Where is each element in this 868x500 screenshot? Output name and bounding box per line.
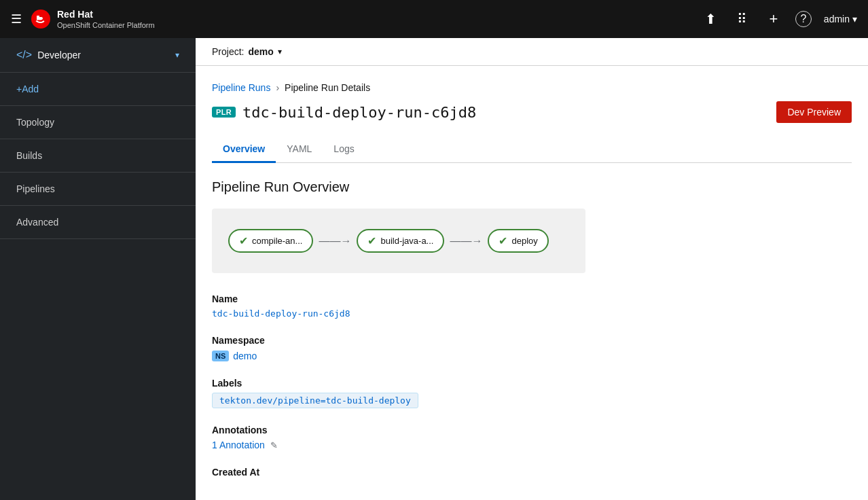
section-title: Pipeline Run Overview	[212, 179, 852, 195]
detail-created-at: Created At	[212, 467, 852, 478]
code-icon: </>	[16, 49, 32, 61]
pipeline-step-label-1: build-java-a...	[380, 236, 433, 246]
detail-labels: Labels tekton.dev/pipeline=tdc-build-dep…	[212, 378, 852, 408]
topnav-icons: ⬆ ⠿ + ? admin ▾	[702, 10, 857, 29]
content-area: Pipeline Runs › Pipeline Run Details PLR…	[196, 66, 868, 500]
tab-yaml[interactable]: YAML	[276, 137, 323, 163]
sidebar-add-button[interactable]: +Add	[0, 73, 196, 106]
pipeline-diagram: ✔ compile-an... ——→ ✔ build-java-a... ——…	[212, 209, 585, 273]
tab-logs[interactable]: Logs	[323, 137, 365, 163]
project-chevron-icon[interactable]: ▾	[278, 47, 282, 56]
project-bar: Project: demo ▾	[196, 38, 868, 66]
pipeline-step-2: ✔ deploy	[488, 229, 548, 253]
namespace-value: NS demo	[212, 351, 257, 361]
sidebar-context-switcher[interactable]: </> Developer ▾	[0, 38, 196, 73]
sidebar-item-topology[interactable]: Topology	[0, 106, 196, 139]
sidebar-item-builds[interactable]: Builds	[0, 139, 196, 173]
sidebar: </> Developer ▾ +Add Topology Builds Pip…	[0, 38, 196, 500]
main-content: Project: demo ▾ Pipeline Runs › Pipeline…	[196, 38, 868, 500]
pipeline-node-build[interactable]: ✔ build-java-a...	[357, 229, 444, 253]
breadcrumb-separator: ›	[276, 82, 279, 93]
project-name: demo	[248, 46, 273, 57]
brand-name: Red Hat	[57, 9, 93, 20]
breadcrumb-pipeline-runs-link[interactable]: Pipeline Runs	[212, 82, 270, 93]
user-chevron-icon: ▾	[852, 14, 857, 24]
pipeline-step-1: ✔ build-java-a...	[357, 229, 444, 253]
check-icon-2: ✔	[499, 234, 507, 247]
edit-icon[interactable]: ✎	[270, 440, 278, 450]
brand-sub: OpenShift Container Platform	[57, 20, 155, 30]
hamburger-menu-button[interactable]: ☰	[11, 12, 22, 26]
page-title-inner: PLR tdc-build-deploy-run-c6jd8	[212, 104, 476, 121]
brand-logo: Red Hat OpenShift Container Platform	[30, 8, 155, 30]
pipeline-arrow-1: ——→	[444, 235, 488, 247]
dev-preview-button[interactable]: Dev Preview	[776, 101, 852, 123]
label-chip[interactable]: tekton.dev/pipeline=tdc-build-deploy	[212, 393, 418, 408]
created-at-label: Created At	[212, 467, 852, 478]
plr-badge: PLR	[212, 107, 236, 118]
sidebar-chevron-icon: ▾	[175, 50, 179, 60]
pipeline-node-compile[interactable]: ✔ compile-an...	[228, 229, 313, 253]
user-label: admin	[824, 14, 850, 24]
ns-badge: NS	[212, 351, 229, 361]
sidebar-item-pipelines[interactable]: Pipelines	[0, 173, 196, 206]
sidebar-item-advanced[interactable]: Advanced	[0, 206, 196, 239]
pipeline-arrow-0: ——→	[313, 235, 357, 247]
check-icon-1: ✔	[367, 234, 376, 247]
name-value[interactable]: tdc-build-deploy-run-c6jd8	[212, 308, 852, 319]
annotations-label: Annotations	[212, 425, 852, 435]
pipeline-node-deploy[interactable]: ✔ deploy	[488, 229, 548, 253]
upload-icon[interactable]: ⬆	[702, 10, 721, 29]
pipeline-step-label-2: deploy	[511, 236, 537, 246]
add-icon[interactable]: +	[764, 10, 783, 29]
detail-annotations: Annotations 1 Annotation ✎	[212, 425, 852, 450]
namespace-link[interactable]: demo	[233, 351, 257, 361]
top-navigation: ☰ Red Hat OpenShift Container Platform ⬆…	[0, 0, 868, 38]
pipeline-step-label-0: compile-an...	[252, 236, 302, 246]
tab-overview[interactable]: Overview	[212, 137, 276, 163]
breadcrumb: Pipeline Runs › Pipeline Run Details	[212, 82, 852, 93]
help-icon[interactable]: ?	[795, 11, 812, 27]
detail-namespace: Namespace NS demo	[212, 335, 852, 361]
sidebar-context-label: Developer	[37, 50, 81, 60]
tabs: Overview YAML Logs	[212, 137, 852, 163]
namespace-label: Namespace	[212, 335, 852, 346]
annotation-link[interactable]: 1 Annotation	[212, 440, 265, 450]
detail-name: Name tdc-build-deploy-run-c6jd8	[212, 293, 852, 319]
page-title: tdc-build-deploy-run-c6jd8	[242, 104, 476, 121]
grid-icon[interactable]: ⠿	[733, 10, 752, 29]
name-label: Name	[212, 293, 852, 304]
labels-label: Labels	[212, 378, 852, 389]
breadcrumb-current: Pipeline Run Details	[285, 82, 370, 93]
pipeline-step-0: ✔ compile-an...	[228, 229, 313, 253]
check-icon-0: ✔	[239, 234, 248, 247]
user-menu[interactable]: admin ▾	[824, 14, 857, 24]
redhat-logo-icon	[30, 8, 52, 30]
project-label: Project:	[212, 46, 244, 57]
title-row: PLR tdc-build-deploy-run-c6jd8 Dev Previ…	[212, 101, 852, 123]
